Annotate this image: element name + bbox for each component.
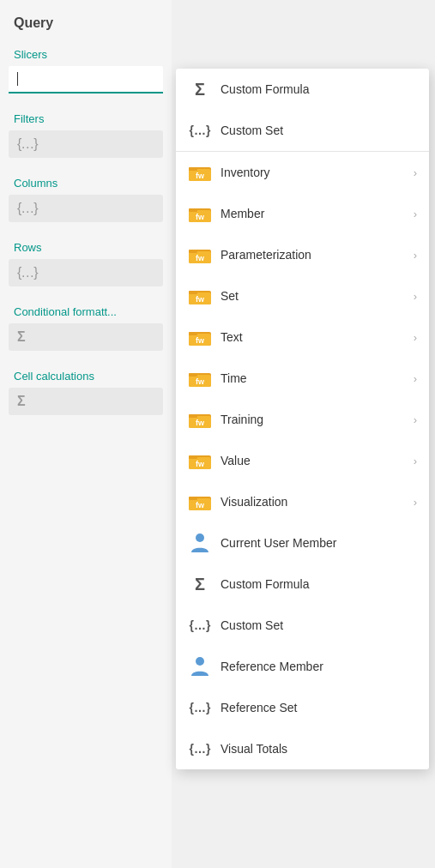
dropdown-item-custom-formula-top[interactable]: Σ Custom Formula (176, 69, 429, 110)
dropdown-item-reference-set[interactable]: {…} Reference Set (176, 687, 429, 728)
item-label: Reference Set (221, 701, 417, 714)
conditional-formatting-label: Conditional formatt... (0, 298, 172, 322)
sigma-icon: Σ (17, 329, 25, 345)
folder-icon: fw (188, 284, 212, 308)
rows-label: Rows (0, 234, 172, 257)
sigma-icon: Σ (17, 394, 25, 409)
dropdown-item-current-user-member[interactable]: Current User Member (176, 522, 429, 564)
svg-rect-18 (189, 332, 197, 335)
cell-calculations-placeholder[interactable]: Σ (9, 388, 163, 415)
svg-text:fw: fw (196, 460, 205, 468)
cell-calculations-label: Cell calculations (0, 363, 172, 386)
curly-set-icon: {…} (188, 737, 212, 761)
svg-text:fw: fw (196, 419, 205, 427)
svg-text:fw: fw (196, 213, 205, 221)
chevron-right-icon: › (414, 331, 417, 344)
dropdown-menu: Σ Custom Formula {…} Custom Set fw Inven… (176, 69, 429, 769)
dropdown-item-parameterization[interactable]: fw Parameterization › (176, 234, 429, 275)
chevron-right-icon: › (414, 208, 417, 220)
svg-rect-6 (189, 208, 197, 212)
item-label: Visual Totals (221, 742, 417, 756)
dropdown-item-training[interactable]: fw Training › (176, 399, 429, 440)
folder-icon: fw (188, 160, 212, 184)
dropdown-item-set[interactable]: fw Set › (176, 275, 429, 316)
chevron-right-icon: › (414, 496, 417, 509)
sigma-icon: Σ (188, 77, 212, 101)
folder-icon: fw (188, 202, 212, 226)
folder-icon: fw (188, 243, 212, 267)
svg-text:fw: fw (196, 295, 205, 304)
item-label: Training (221, 413, 410, 426)
rows-placeholder[interactable]: {…} (9, 259, 163, 286)
panel-title: Query (0, 9, 172, 41)
sigma-icon: Σ (188, 572, 212, 596)
item-label: Parameterization (221, 248, 410, 262)
dropdown-item-visualization[interactable]: fw Visualization › (176, 481, 429, 522)
svg-rect-26 (189, 414, 197, 418)
person-icon (188, 654, 212, 678)
folder-icon: fw (188, 490, 212, 514)
svg-rect-30 (189, 455, 197, 459)
conditional-formatting-placeholder[interactable]: Σ (9, 323, 163, 351)
folder-icon: fw (188, 325, 212, 349)
slicers-input[interactable] (9, 66, 163, 93)
svg-point-36 (196, 533, 204, 542)
item-label: Custom Set (221, 618, 417, 632)
dropdown-item-custom-formula-bottom[interactable]: Σ Custom Formula (176, 564, 429, 605)
dropdown-item-inventory[interactable]: fw Inventory › (176, 152, 429, 193)
chevron-right-icon: › (414, 166, 417, 179)
dropdown-item-member[interactable]: fw Member › (176, 193, 429, 234)
query-panel: Query Slicers Filters {…} Columns {…} Ro… (0, 0, 172, 868)
dropdown-item-reference-member[interactable]: Reference Member (176, 646, 429, 687)
dropdown-item-value[interactable]: fw Value › (176, 440, 429, 481)
svg-text:fw: fw (196, 254, 205, 262)
chevron-right-icon: › (414, 249, 417, 262)
dropdown-item-custom-set-top[interactable]: {…} Custom Set (176, 110, 429, 151)
dropdown-item-text[interactable]: fw Text › (176, 316, 429, 358)
folder-icon: fw (188, 366, 212, 390)
curly-brace-icon: {…} (17, 265, 38, 280)
svg-text:fw: fw (196, 336, 205, 345)
item-label: Value (221, 454, 410, 467)
curly-brace-icon: {…} (17, 201, 38, 216)
columns-placeholder[interactable]: {…} (9, 195, 163, 222)
item-label: Reference Member (221, 660, 417, 673)
slicers-label: Slicers (0, 41, 172, 64)
item-label: Text (221, 330, 410, 344)
item-label: Time (221, 371, 410, 385)
item-label: Visualization (221, 495, 410, 509)
item-label: Custom Formula (221, 82, 417, 96)
curly-brace-icon: {…} (17, 136, 38, 152)
folder-icon: fw (188, 407, 212, 431)
svg-point-37 (196, 657, 204, 666)
item-label: Custom Set (221, 124, 417, 137)
dropdown-item-time[interactable]: fw Time › (176, 358, 429, 399)
svg-rect-22 (189, 373, 197, 377)
filters-label: Filters (0, 105, 172, 129)
chevron-right-icon: › (414, 372, 417, 385)
item-label: Current User Member (221, 536, 417, 550)
svg-text:fw: fw (196, 377, 205, 386)
item-label: Member (221, 207, 410, 220)
dropdown-item-visual-totals[interactable]: {…} Visual Totals (176, 728, 429, 769)
chevron-right-icon: › (414, 455, 417, 467)
svg-rect-10 (189, 250, 197, 253)
svg-text:fw: fw (196, 501, 205, 509)
columns-label: Columns (0, 170, 172, 193)
dropdown-item-custom-set-bottom[interactable]: {…} Custom Set (176, 605, 429, 646)
text-cursor (17, 72, 18, 86)
filters-placeholder[interactable]: {…} (9, 130, 163, 158)
svg-rect-34 (189, 497, 197, 500)
curly-set-icon: {…} (188, 696, 212, 720)
person-icon (188, 531, 212, 555)
chevron-right-icon: › (414, 413, 417, 426)
item-label: Set (221, 289, 410, 303)
svg-rect-2 (189, 167, 197, 171)
item-label: Inventory (221, 166, 410, 179)
folder-icon: fw (188, 449, 212, 473)
curly-set-icon: {…} (188, 613, 212, 637)
chevron-right-icon: › (414, 290, 417, 303)
svg-text:fw: fw (196, 172, 205, 180)
item-label: Custom Formula (221, 577, 417, 591)
curly-set-icon: {…} (188, 118, 212, 142)
